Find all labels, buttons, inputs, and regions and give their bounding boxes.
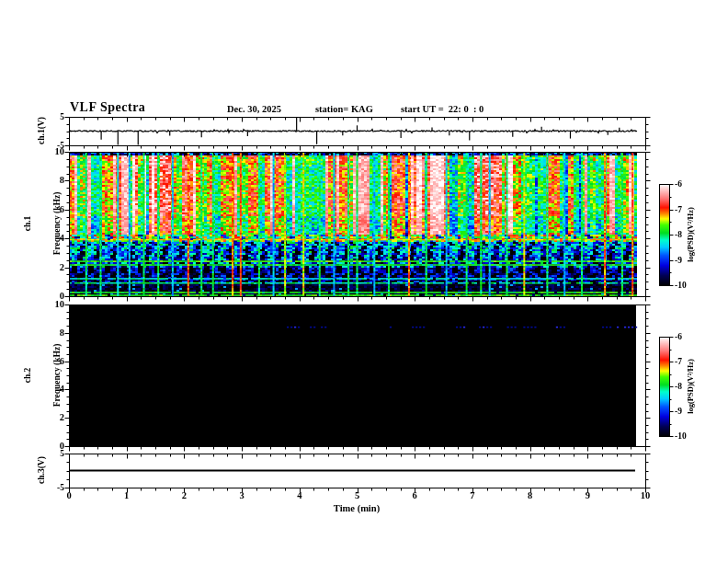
- colorbar-tick-label: -9: [675, 408, 682, 417]
- header-start-ut: start UT = 22: 0 : 0: [401, 104, 483, 114]
- vlf-spectra-figure: VLF Spectra Dec. 30, 2025 station= KAG s…: [0, 0, 728, 563]
- y-tick-label: 8: [40, 176, 64, 186]
- y-axis-label-line: Frequency (kHz): [52, 192, 63, 256]
- y-tick-label: 4: [40, 234, 64, 244]
- x-tick-label: 4: [297, 491, 301, 501]
- y-tick-label: 5: [40, 113, 64, 122]
- y-tick-label: -5: [40, 142, 64, 151]
- y-tick-label: 6: [40, 357, 64, 367]
- x-tick-label: 6: [413, 491, 417, 501]
- colorbar-tick-label: -8: [675, 231, 682, 240]
- y-tick-label: 4: [40, 385, 64, 395]
- x-tick-label: 10: [641, 491, 651, 501]
- x-tick-label: 2: [182, 491, 187, 501]
- y-tick-label: 6: [40, 205, 64, 215]
- y-axis-label-line: ch.2: [23, 344, 33, 408]
- colorbar-tick-label: -7: [675, 206, 682, 215]
- colorbar-tick-label: -10: [675, 432, 687, 442]
- colorbar-tick-label: -8: [675, 383, 682, 392]
- y-axis-label-ch1-frequency: ch.1 Frequency (kHz): [4, 192, 82, 256]
- x-axis-label: Time (min): [334, 504, 380, 514]
- colorbar-tick-label: -7: [675, 358, 682, 367]
- colorbar-tick-label: -9: [675, 257, 682, 266]
- y-tick-label: 8: [40, 328, 64, 339]
- x-tick-label: 5: [355, 491, 359, 501]
- x-tick-label: 9: [586, 491, 590, 501]
- y-tick-label: 2: [40, 413, 64, 423]
- y-axis-label-ch3-voltage: ch.3(V): [37, 456, 47, 484]
- x-tick-label: 8: [528, 491, 532, 501]
- page-title: VLF Spectra: [70, 100, 145, 115]
- colorbar-tick-label: -10: [675, 282, 687, 291]
- colorbar-label-ch2: log(PSD)(V²/Hz): [687, 359, 696, 414]
- x-tick-label: 1: [124, 491, 129, 501]
- y-tick-label: 10: [40, 300, 64, 310]
- y-tick-label: 2: [40, 263, 64, 273]
- y-axis-label-line: Frequency (kHz): [52, 344, 63, 408]
- colorbar-tick-label: -6: [675, 180, 682, 190]
- y-tick-label: -5: [40, 484, 64, 493]
- y-axis-label-ch2-frequency: ch.2 Frequency (kHz): [4, 344, 82, 408]
- colorbar-label-ch1: log(PSD)(V²/Hz): [687, 207, 696, 262]
- y-tick-label: 5: [40, 450, 64, 459]
- header-date: Dec. 30, 2025: [227, 104, 281, 114]
- plot-canvas: [0, 0, 728, 563]
- colorbar-tick-label: -6: [675, 333, 682, 342]
- x-tick-label: 0: [66, 491, 71, 501]
- x-tick-label: 7: [470, 491, 474, 501]
- header-station: station= KAG: [315, 104, 373, 114]
- x-tick-label: 3: [239, 491, 244, 501]
- y-axis-label-line: ch.1: [23, 192, 33, 256]
